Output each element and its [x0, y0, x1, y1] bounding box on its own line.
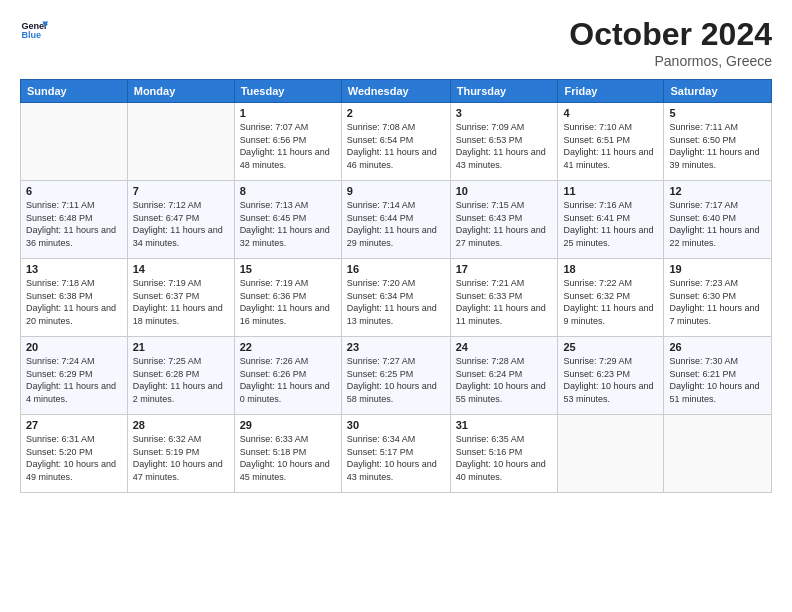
day-number: 9	[347, 185, 445, 197]
day-number: 31	[456, 419, 553, 431]
month-title: October 2024	[569, 16, 772, 53]
calendar-cell: 14Sunrise: 7:19 AM Sunset: 6:37 PM Dayli…	[127, 259, 234, 337]
header: General Blue October 2024 Panormos, Gree…	[20, 16, 772, 69]
calendar-cell: 30Sunrise: 6:34 AM Sunset: 5:17 PM Dayli…	[341, 415, 450, 493]
calendar-cell: 24Sunrise: 7:28 AM Sunset: 6:24 PM Dayli…	[450, 337, 558, 415]
cell-info: Sunrise: 7:26 AM Sunset: 6:26 PM Dayligh…	[240, 355, 336, 405]
day-number: 24	[456, 341, 553, 353]
calendar-cell: 26Sunrise: 7:30 AM Sunset: 6:21 PM Dayli…	[664, 337, 772, 415]
calendar-cell: 6Sunrise: 7:11 AM Sunset: 6:48 PM Daylig…	[21, 181, 128, 259]
day-number: 19	[669, 263, 766, 275]
cell-info: Sunrise: 7:09 AM Sunset: 6:53 PM Dayligh…	[456, 121, 553, 171]
calendar-cell: 4Sunrise: 7:10 AM Sunset: 6:51 PM Daylig…	[558, 103, 664, 181]
cell-info: Sunrise: 7:28 AM Sunset: 6:24 PM Dayligh…	[456, 355, 553, 405]
day-number: 2	[347, 107, 445, 119]
calendar-cell: 29Sunrise: 6:33 AM Sunset: 5:18 PM Dayli…	[234, 415, 341, 493]
day-number: 13	[26, 263, 122, 275]
calendar-cell: 12Sunrise: 7:17 AM Sunset: 6:40 PM Dayli…	[664, 181, 772, 259]
calendar-cell: 10Sunrise: 7:15 AM Sunset: 6:43 PM Dayli…	[450, 181, 558, 259]
cell-info: Sunrise: 7:07 AM Sunset: 6:56 PM Dayligh…	[240, 121, 336, 171]
cell-info: Sunrise: 6:35 AM Sunset: 5:16 PM Dayligh…	[456, 433, 553, 483]
cell-info: Sunrise: 7:17 AM Sunset: 6:40 PM Dayligh…	[669, 199, 766, 249]
calendar-cell: 13Sunrise: 7:18 AM Sunset: 6:38 PM Dayli…	[21, 259, 128, 337]
day-number: 28	[133, 419, 229, 431]
cell-info: Sunrise: 7:13 AM Sunset: 6:45 PM Dayligh…	[240, 199, 336, 249]
day-number: 1	[240, 107, 336, 119]
col-tuesday: Tuesday	[234, 80, 341, 103]
calendar-cell: 9Sunrise: 7:14 AM Sunset: 6:44 PM Daylig…	[341, 181, 450, 259]
calendar-cell: 11Sunrise: 7:16 AM Sunset: 6:41 PM Dayli…	[558, 181, 664, 259]
cell-info: Sunrise: 7:14 AM Sunset: 6:44 PM Dayligh…	[347, 199, 445, 249]
calendar-cell: 2Sunrise: 7:08 AM Sunset: 6:54 PM Daylig…	[341, 103, 450, 181]
cell-info: Sunrise: 7:22 AM Sunset: 6:32 PM Dayligh…	[563, 277, 658, 327]
svg-text:Blue: Blue	[21, 30, 41, 40]
location-subtitle: Panormos, Greece	[569, 53, 772, 69]
cell-info: Sunrise: 7:20 AM Sunset: 6:34 PM Dayligh…	[347, 277, 445, 327]
cell-info: Sunrise: 7:19 AM Sunset: 6:37 PM Dayligh…	[133, 277, 229, 327]
cell-info: Sunrise: 7:21 AM Sunset: 6:33 PM Dayligh…	[456, 277, 553, 327]
calendar-cell: 3Sunrise: 7:09 AM Sunset: 6:53 PM Daylig…	[450, 103, 558, 181]
day-number: 29	[240, 419, 336, 431]
cell-info: Sunrise: 6:32 AM Sunset: 5:19 PM Dayligh…	[133, 433, 229, 483]
calendar-cell: 1Sunrise: 7:07 AM Sunset: 6:56 PM Daylig…	[234, 103, 341, 181]
calendar-table: Sunday Monday Tuesday Wednesday Thursday…	[20, 79, 772, 493]
calendar-cell: 5Sunrise: 7:11 AM Sunset: 6:50 PM Daylig…	[664, 103, 772, 181]
cell-info: Sunrise: 7:11 AM Sunset: 6:50 PM Dayligh…	[669, 121, 766, 171]
day-number: 18	[563, 263, 658, 275]
cell-info: Sunrise: 7:08 AM Sunset: 6:54 PM Dayligh…	[347, 121, 445, 171]
col-monday: Monday	[127, 80, 234, 103]
cell-info: Sunrise: 6:34 AM Sunset: 5:17 PM Dayligh…	[347, 433, 445, 483]
day-number: 12	[669, 185, 766, 197]
calendar-cell: 19Sunrise: 7:23 AM Sunset: 6:30 PM Dayli…	[664, 259, 772, 337]
day-number: 25	[563, 341, 658, 353]
day-number: 23	[347, 341, 445, 353]
calendar-cell: 27Sunrise: 6:31 AM Sunset: 5:20 PM Dayli…	[21, 415, 128, 493]
cell-info: Sunrise: 7:30 AM Sunset: 6:21 PM Dayligh…	[669, 355, 766, 405]
cell-info: Sunrise: 7:24 AM Sunset: 6:29 PM Dayligh…	[26, 355, 122, 405]
calendar-cell	[21, 103, 128, 181]
day-number: 8	[240, 185, 336, 197]
day-number: 11	[563, 185, 658, 197]
day-number: 22	[240, 341, 336, 353]
calendar-cell: 22Sunrise: 7:26 AM Sunset: 6:26 PM Dayli…	[234, 337, 341, 415]
cell-info: Sunrise: 7:11 AM Sunset: 6:48 PM Dayligh…	[26, 199, 122, 249]
cell-info: Sunrise: 6:31 AM Sunset: 5:20 PM Dayligh…	[26, 433, 122, 483]
day-number: 4	[563, 107, 658, 119]
cell-info: Sunrise: 7:29 AM Sunset: 6:23 PM Dayligh…	[563, 355, 658, 405]
calendar-cell: 31Sunrise: 6:35 AM Sunset: 5:16 PM Dayli…	[450, 415, 558, 493]
day-number: 10	[456, 185, 553, 197]
day-number: 20	[26, 341, 122, 353]
cell-info: Sunrise: 6:33 AM Sunset: 5:18 PM Dayligh…	[240, 433, 336, 483]
calendar-cell	[127, 103, 234, 181]
day-number: 3	[456, 107, 553, 119]
calendar-cell: 18Sunrise: 7:22 AM Sunset: 6:32 PM Dayli…	[558, 259, 664, 337]
day-number: 15	[240, 263, 336, 275]
day-number: 5	[669, 107, 766, 119]
day-number: 7	[133, 185, 229, 197]
day-number: 16	[347, 263, 445, 275]
calendar-cell	[558, 415, 664, 493]
day-number: 27	[26, 419, 122, 431]
calendar-cell: 8Sunrise: 7:13 AM Sunset: 6:45 PM Daylig…	[234, 181, 341, 259]
calendar-cell: 23Sunrise: 7:27 AM Sunset: 6:25 PM Dayli…	[341, 337, 450, 415]
calendar-cell: 17Sunrise: 7:21 AM Sunset: 6:33 PM Dayli…	[450, 259, 558, 337]
page: General Blue October 2024 Panormos, Gree…	[0, 0, 792, 612]
cell-info: Sunrise: 7:27 AM Sunset: 6:25 PM Dayligh…	[347, 355, 445, 405]
calendar-cell: 28Sunrise: 6:32 AM Sunset: 5:19 PM Dayli…	[127, 415, 234, 493]
calendar-cell: 21Sunrise: 7:25 AM Sunset: 6:28 PM Dayli…	[127, 337, 234, 415]
calendar-cell: 7Sunrise: 7:12 AM Sunset: 6:47 PM Daylig…	[127, 181, 234, 259]
calendar-cell: 15Sunrise: 7:19 AM Sunset: 6:36 PM Dayli…	[234, 259, 341, 337]
logo-icon: General Blue	[20, 16, 48, 44]
calendar-cell: 25Sunrise: 7:29 AM Sunset: 6:23 PM Dayli…	[558, 337, 664, 415]
cell-info: Sunrise: 7:19 AM Sunset: 6:36 PM Dayligh…	[240, 277, 336, 327]
cell-info: Sunrise: 7:15 AM Sunset: 6:43 PM Dayligh…	[456, 199, 553, 249]
day-number: 26	[669, 341, 766, 353]
col-sunday: Sunday	[21, 80, 128, 103]
title-block: October 2024 Panormos, Greece	[569, 16, 772, 69]
cell-info: Sunrise: 7:23 AM Sunset: 6:30 PM Dayligh…	[669, 277, 766, 327]
day-number: 6	[26, 185, 122, 197]
calendar-cell: 16Sunrise: 7:20 AM Sunset: 6:34 PM Dayli…	[341, 259, 450, 337]
calendar-cell	[664, 415, 772, 493]
col-saturday: Saturday	[664, 80, 772, 103]
day-number: 21	[133, 341, 229, 353]
